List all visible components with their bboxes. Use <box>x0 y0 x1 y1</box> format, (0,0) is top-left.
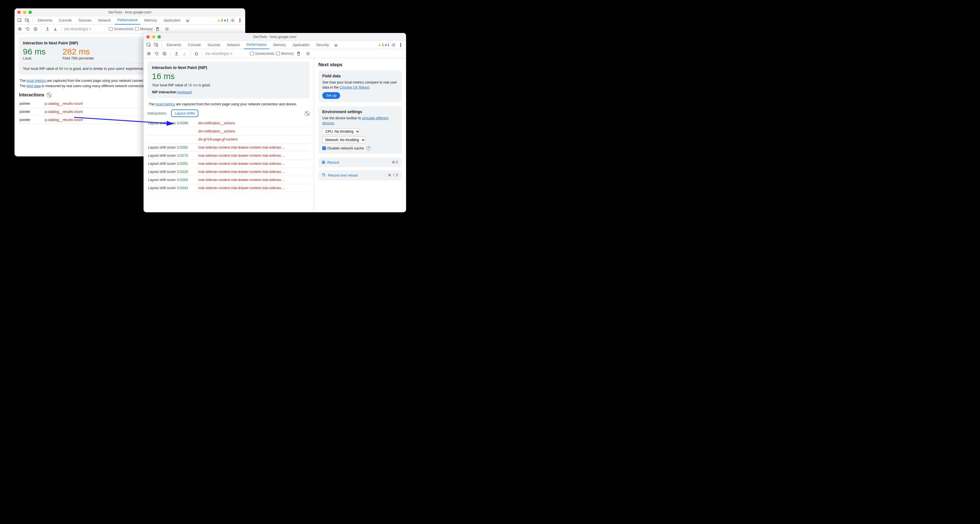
list-item[interactable]: Layout shift score: 0.0269div.notificati… <box>148 119 310 127</box>
settings-icon[interactable] <box>229 18 236 24</box>
panel-settings-icon[interactable] <box>305 51 311 57</box>
tab-memory[interactable]: Memory <box>141 16 159 25</box>
record-action[interactable]: Record ⌘ E <box>318 158 402 167</box>
svg-point-17 <box>401 46 401 47</box>
record-shortcut: ⌘ E <box>392 160 398 164</box>
garbage-collect-icon[interactable] <box>154 26 161 32</box>
field-data-link[interactable]: field data <box>27 84 41 88</box>
kebab-icon[interactable] <box>237 18 243 24</box>
list-item[interactable]: Layout shift score: 0.0203mat-sidenav-co… <box>148 176 310 184</box>
list-item[interactable]: Layout shift score: 0.0282mat-sidenav-co… <box>148 143 310 152</box>
record-reload-action[interactable]: Record and reload ⌘ ⇧ E <box>318 170 402 180</box>
tab-security[interactable]: Security <box>313 41 332 49</box>
recordings-dropdown[interactable]: (no recordings) <box>205 52 233 56</box>
tab-network[interactable]: Network <box>224 41 243 49</box>
tab-elements[interactable]: Elements <box>35 16 55 25</box>
tab-sources[interactable]: Sources <box>76 16 94 25</box>
svg-point-8 <box>19 28 21 30</box>
panel-settings-icon[interactable] <box>164 26 170 32</box>
reload-icon[interactable] <box>154 51 160 57</box>
screenshots-checkbox[interactable]: Screenshots <box>109 27 133 31</box>
more-tabs-icon[interactable] <box>333 42 339 48</box>
disable-cache-checkbox[interactable]: Disable network cache? <box>322 146 398 150</box>
tab-elements[interactable]: Elements <box>164 41 184 49</box>
perf-toolbar: (no recordings) Screenshots Memory <box>143 49 406 58</box>
inp-local-label: Local <box>23 56 46 61</box>
device-toolbar-icon[interactable] <box>153 42 159 48</box>
separator <box>161 43 162 48</box>
tab-sources[interactable]: Sources <box>205 41 223 49</box>
perf-main-column: Interaction to Next Paint (INP) 16 ms Yo… <box>143 58 314 212</box>
tab-console[interactable]: Console <box>185 41 204 49</box>
help-icon[interactable]: ? <box>366 146 371 150</box>
svg-point-16 <box>401 45 401 45</box>
inp-interaction-link[interactable]: keyboard <box>177 90 192 94</box>
list-item[interactable]: div.gf-full-page.gf-content <box>148 135 310 143</box>
tab-application[interactable]: Application <box>290 41 312 49</box>
garbage-collect-icon[interactable] <box>296 51 302 57</box>
kebab-icon[interactable] <box>398 42 404 48</box>
issues-badge[interactable]: 1 <box>385 43 389 47</box>
mini-tab-layout-shifts[interactable]: Layout shifts <box>171 110 198 117</box>
reload-icon[interactable] <box>25 26 31 32</box>
local-metrics-link[interactable]: local metrics <box>156 102 175 106</box>
tab-application[interactable]: Application <box>161 16 183 25</box>
record-label: Record <box>327 160 339 164</box>
separator <box>190 51 191 56</box>
reload-arrow-icon <box>322 173 326 178</box>
titlebar: DevTools - fonts.google.com/ <box>14 8 245 16</box>
screenshots-checkbox[interactable]: Screenshots <box>250 52 274 56</box>
clear-interactions-icon[interactable] <box>47 92 52 97</box>
memory-checkbox[interactable]: Memory <box>276 52 294 56</box>
set-up-button[interactable]: Set up <box>322 92 340 99</box>
inp-local-value: 96 ms <box>23 48 46 56</box>
download-icon[interactable] <box>52 26 58 32</box>
recordings-dropdown[interactable]: (no recordings) <box>64 27 92 31</box>
mini-tab-interactions[interactable]: Interactions <box>148 111 166 115</box>
home-icon[interactable] <box>193 51 199 57</box>
inp-description: Your local INP value of 16 ms is good. <box>152 83 305 88</box>
settings-icon[interactable] <box>390 42 396 48</box>
list-item[interactable]: div.notification__actions <box>148 127 310 135</box>
separator <box>202 51 202 56</box>
tab-performance[interactable]: Performance <box>244 41 269 49</box>
clear-icon[interactable] <box>161 51 167 57</box>
list-item[interactable]: Layout shift score: 0.0251mat-sidenav-co… <box>148 160 310 168</box>
crux-link[interactable]: Chrome UX Report <box>340 86 369 89</box>
list-item[interactable]: Layout shift score: 0.0270mat-sidenav-co… <box>148 152 310 160</box>
inspect-icon[interactable] <box>146 42 152 48</box>
clear-list-icon[interactable] <box>305 111 310 116</box>
device-toolbar-icon[interactable] <box>24 18 30 24</box>
record-icon[interactable] <box>17 26 23 32</box>
list-item[interactable]: Layout shift score: 0.0142mat-sidenav-co… <box>148 184 310 192</box>
svg-point-6 <box>240 21 240 22</box>
warnings-badge[interactable]: 1 <box>379 43 384 47</box>
upload-icon[interactable] <box>173 51 180 57</box>
tab-console[interactable]: Console <box>56 16 75 25</box>
list-item[interactable]: Layout shift score: 0.0228mat-sidenav-co… <box>148 168 310 176</box>
record-icon[interactable] <box>146 51 152 57</box>
clear-icon[interactable] <box>32 26 38 32</box>
download-icon <box>181 51 188 57</box>
record-reload-shortcut: ⌘ ⇧ E <box>388 173 398 177</box>
field-data-title: Field data <box>322 74 398 78</box>
network-throttle-select[interactable]: Network: No throttling <box>322 137 366 143</box>
env-text: Use the device toolbar to simulate diffe… <box>322 116 398 126</box>
local-metrics-link[interactable]: local metrics <box>27 79 46 83</box>
inspect-icon[interactable] <box>17 18 23 24</box>
upload-icon[interactable] <box>45 26 51 32</box>
metrics-note: The local metrics are captured from the … <box>148 101 310 107</box>
memory-checkbox[interactable]: Memory <box>135 27 153 31</box>
tab-performance[interactable]: Performance <box>115 16 140 25</box>
cpu-throttle-select[interactable]: CPU: No throttling <box>322 128 360 135</box>
svg-point-5 <box>240 20 240 21</box>
tab-memory[interactable]: Memory <box>270 41 288 49</box>
record-dot-icon <box>322 161 325 164</box>
more-tabs-icon[interactable] <box>185 18 191 24</box>
tab-network[interactable]: Network <box>95 16 114 25</box>
record-reload-label: Record and reload <box>328 173 358 177</box>
warnings-badge[interactable]: 2 <box>218 18 223 22</box>
issues-badge[interactable]: 1 <box>224 18 229 22</box>
svg-point-15 <box>401 43 401 44</box>
next-steps-heading: Next steps <box>318 62 402 68</box>
